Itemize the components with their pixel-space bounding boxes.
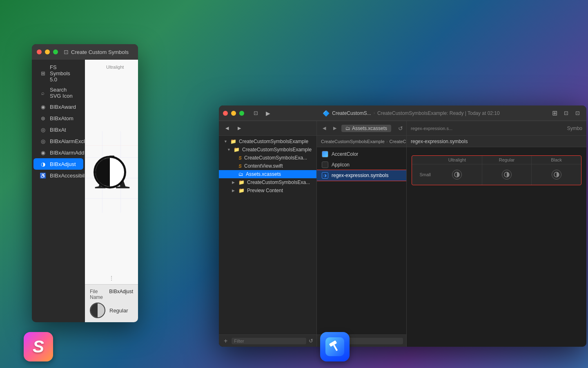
file-name-value: BIBxAdjust	[109, 289, 133, 300]
accent-color-swatch	[322, 151, 328, 157]
project-icon: 🔷	[323, 110, 330, 117]
fs-nav-list: ⊞ FS Symbols 5.0 ⌕ Search SVG Icon ◉ BIB…	[32, 60, 85, 322]
close-button[interactable]	[37, 49, 42, 54]
weight-value: Regular	[109, 307, 128, 314]
file-tree-group-2[interactable]: ▶ 📁 CreateCustomSymbolsExa...	[219, 178, 316, 186]
root-disclosure: ▼	[224, 139, 228, 144]
sidebar-item-bibx-alarm-add[interactable]: ◉ BIBxAlarmAdd	[33, 147, 83, 158]
nav-back-button[interactable]: ◀	[222, 124, 232, 132]
add-editor-button[interactable]: ⊞	[550, 109, 559, 117]
group1-disclosure: ▼	[227, 148, 231, 152]
maximize-button[interactable]	[53, 49, 58, 54]
sidebar-item-bibx-accessibility[interactable]: ♿ BIBxAccessibility	[33, 170, 83, 181]
inspector-title: regex-expression.symbols	[411, 139, 468, 144]
file-navigator: ◀ ▶ ▼ 📁 CreateCustomSymbolsExample ▼ 📁 C…	[219, 121, 317, 347]
ultralight-label: Ultralight	[106, 65, 124, 70]
file-tree-swift-1[interactable]: ▶ 𝚂 CreateCustomSymbolsExa...	[219, 154, 316, 162]
xcode-close-button[interactable]	[223, 111, 228, 116]
assets-icon: 🗂	[238, 171, 243, 177]
sidebar-item-fs-symbols[interactable]: ⊞ FS Symbols 5.0	[33, 62, 83, 85]
app-icon-preview	[322, 162, 328, 168]
group2-disclosure: ▶	[232, 180, 236, 184]
cell-reg-small[interactable]	[482, 164, 532, 185]
column-ultralight: Ultralight	[432, 156, 482, 164]
xcode-minimize-button[interactable]	[231, 111, 236, 116]
assets-forward-button[interactable]: ▶	[331, 124, 339, 132]
group1-icon: 📁	[234, 147, 240, 153]
add-file-button[interactable]: +	[222, 337, 229, 345]
assets-tab[interactable]: 🗂 Assets.xcassets	[341, 125, 391, 132]
sidebar-item-bibx-atom[interactable]: ⊛ BIBxAtom	[33, 112, 83, 124]
asset-item-regex-symbols[interactable]: ◑ regex-expression.symbols	[317, 170, 406, 181]
refresh-button[interactable]: ↺	[398, 125, 403, 132]
symbol-preview-area: Ultralight A ⋮	[85, 60, 138, 284]
accessibility-icon: ♿	[39, 172, 47, 179]
search-icon: ⌕	[39, 89, 47, 96]
swift-icon-2: 𝚂	[238, 164, 242, 169]
cell-ul-small[interactable]	[432, 164, 482, 185]
xcode-hammer-icon	[325, 337, 344, 356]
group2-icon: 📁	[238, 180, 245, 185]
reg-small-icon	[502, 170, 512, 180]
file-name-label: File Name	[90, 289, 109, 300]
row-label-small: Small	[412, 164, 432, 185]
sidebar-item-bibx-at[interactable]: ◎ BIBxAt	[33, 124, 83, 135]
fs-titlebar: ⊡ Create Custom Symbols	[32, 44, 138, 60]
symbol-variants-grid: Ultralight Regular Black Small	[412, 155, 581, 185]
nav-forward-button[interactable]: ▶	[234, 124, 244, 132]
xcode-maximize-button[interactable]	[239, 111, 244, 116]
xcode-panel: ⊡ ▶ 🔷 CreateCustomS... › CreateCustomSym…	[219, 105, 586, 347]
blk-small-icon	[552, 170, 561, 180]
xcode-body: ◀ ▶ ▼ 📁 CreateCustomSymbolsExample ▼ 📁 C…	[219, 121, 586, 347]
inspector-toolbar: regex-expression.s... Symbo	[407, 121, 586, 136]
assets-list: AccentColor AppIcon ◑ regex-expression.s…	[317, 147, 406, 334]
ul-small-icon	[452, 170, 462, 180]
breadcrumb-project[interactable]: CreateCustomSymbolsExample	[321, 139, 385, 144]
sidebar-toggle-button[interactable]: ⊡	[251, 109, 261, 117]
file-tree-content-view[interactable]: ▶ 𝚂 ContentView.swift	[219, 162, 316, 170]
breadcrumb-group[interactable]: CreateCustomSymbolsEx...	[390, 139, 406, 144]
symbol-grid-body: Small	[412, 164, 581, 185]
inspector-content: Ultralight Regular Black Small	[407, 147, 586, 347]
xcode-titlebar: ⊡ ▶ 🔷 CreateCustomS... › CreateCustomSym…	[219, 105, 586, 121]
play-button[interactable]: ▶	[263, 109, 273, 117]
preview-disclosure: ▶	[232, 188, 236, 193]
snippets-dock-icon[interactable]: S	[24, 332, 53, 361]
file-tree-group-1[interactable]: ▼ 📁 CreateCustomSymbolsExample	[219, 146, 316, 154]
file-tree-root[interactable]: ▼ 📁 CreateCustomSymbolsExample	[219, 137, 316, 146]
minimize-button[interactable]	[45, 49, 50, 54]
assets-panel: ◀ ▶ 🗂 Assets.xcassets ↺ CreateCustomSymb…	[317, 121, 407, 347]
grid-icon: ⊞	[39, 70, 47, 77]
asset-item-app-icon[interactable]: AppIcon	[317, 159, 406, 170]
sidebar-item-bibx-adjust[interactable]: ◑ BIBxAdjust	[33, 158, 83, 170]
file-tree-preview-content[interactable]: ▶ 📁 Preview Content	[219, 186, 316, 195]
filter-refresh-button[interactable]: ↺	[309, 338, 313, 344]
sidebar-item-bibx-alarm-excl[interactable]: ◎ BIBxAlarmExclamati...	[33, 135, 83, 147]
breadcrumb-sep-1: ›	[374, 111, 375, 115]
sidebar-item-bibx-award[interactable]: ◉ BIBxAward	[33, 101, 83, 112]
inspector-toggle-button[interactable]: ⊡	[561, 109, 571, 117]
xcode-status-text: CreateCustomSymbolsExample: Ready | Toda…	[377, 110, 500, 116]
adjust-symbol-preview	[94, 156, 126, 188]
asset-item-accent-color[interactable]: AccentColor	[317, 149, 406, 159]
sidebar-item-search-svg[interactable]: ⌕ Search SVG Icon	[33, 85, 83, 101]
resize-handle[interactable]: ⋮	[109, 275, 114, 281]
inspector-tab-label: Symbo	[567, 126, 582, 131]
file-filter-input[interactable]	[232, 338, 306, 344]
sidebar-toggle-icon[interactable]: ⊡	[64, 49, 69, 55]
inspector-secondary-toolbar: regex-expression.symbols	[407, 136, 586, 147]
column-black: Black	[532, 156, 581, 164]
window-title: Create Custom Symbols	[71, 49, 129, 55]
xcode-dock-icon[interactable]	[320, 332, 350, 361]
adjust-icon: ◑	[39, 160, 47, 168]
symbol-preview-icon: ◑	[322, 172, 328, 179]
breadcrumb-bar: CreateCustomSymbolsExample › CreateCusto…	[317, 136, 406, 147]
column-regular: Regular	[482, 156, 532, 164]
assets-back-button[interactable]: ◀	[320, 124, 328, 132]
symbol-grid-cells	[432, 164, 581, 185]
file-tree-assets[interactable]: ▶ 🗂 Assets.xcassets	[219, 170, 316, 178]
alarm-add-icon: ◉	[39, 149, 47, 156]
navigator-toggle-button[interactable]: ⊡	[572, 109, 582, 117]
snippets-icon: S	[24, 332, 53, 361]
cell-blk-small[interactable]	[532, 164, 581, 185]
